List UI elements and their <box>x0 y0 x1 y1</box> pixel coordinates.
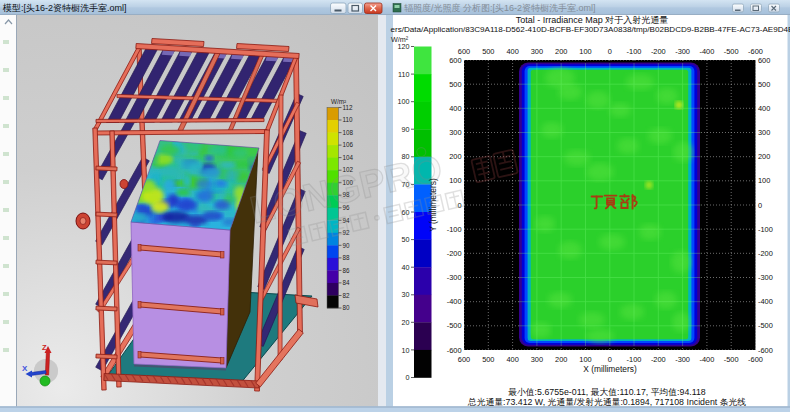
svg-text:-300: -300 <box>675 355 690 364</box>
svg-text:0: 0 <box>758 201 762 210</box>
svg-text:Total - Irradiance Map 对于入射光通量: Total - Irradiance Map 对于入射光通量 <box>516 15 669 25</box>
svg-text:-300: -300 <box>675 47 690 56</box>
svg-text:最小值:5.6755e-011, 最大值:110.17, 平: 最小值:5.6755e-011, 最大值:110.17, 平均值:94.118 <box>508 387 706 397</box>
svg-text:120: 120 <box>398 42 410 51</box>
svg-text:-500: -500 <box>447 321 462 330</box>
svg-text:辐照度/光照度 分析图:[头16-2资特橱洗手室.oml]: 辐照度/光照度 分析图:[头16-2资特橱洗手室.oml] <box>404 3 596 13</box>
svg-text:-600: -600 <box>758 346 773 355</box>
svg-text:ers/Data/Application/83C9A118-: ers/Data/Application/83C9A118-D562-410D-… <box>391 25 790 34</box>
svg-text:90: 90 <box>343 242 351 249</box>
svg-text:200: 200 <box>555 355 567 364</box>
svg-text:X: X <box>22 364 28 373</box>
svg-text:110: 110 <box>343 116 354 123</box>
svg-text:100: 100 <box>398 97 410 106</box>
svg-text:500: 500 <box>758 80 770 89</box>
svg-text:-500: -500 <box>758 321 773 330</box>
svg-text:-300: -300 <box>758 273 773 282</box>
svg-text:-400: -400 <box>447 297 462 306</box>
svg-text:-200: -200 <box>758 249 773 258</box>
svg-text:Z: Z <box>42 343 47 352</box>
svg-text:300: 300 <box>531 47 543 56</box>
svg-text:40: 40 <box>402 263 410 272</box>
svg-text:400: 400 <box>506 47 518 56</box>
svg-text:0: 0 <box>608 47 612 56</box>
svg-text:86: 86 <box>343 267 351 274</box>
svg-text:500: 500 <box>482 47 494 56</box>
svg-text:-400: -400 <box>700 47 715 56</box>
svg-text:108: 108 <box>343 129 354 136</box>
svg-text:200: 200 <box>555 47 567 56</box>
svg-text:300: 300 <box>758 128 770 137</box>
svg-text:-600: -600 <box>447 346 462 355</box>
svg-text:-300: -300 <box>447 273 462 282</box>
svg-text:500: 500 <box>482 355 494 364</box>
svg-text:88: 88 <box>343 254 351 261</box>
svg-text:-100: -100 <box>758 225 773 234</box>
svg-text:84: 84 <box>343 279 351 286</box>
svg-text:300: 300 <box>449 128 461 137</box>
svg-text:-400: -400 <box>700 355 715 364</box>
svg-text:-200: -200 <box>651 355 666 364</box>
svg-text:0: 0 <box>406 373 410 382</box>
svg-text:600: 600 <box>758 56 770 65</box>
svg-text:200: 200 <box>758 152 770 161</box>
svg-text:90: 90 <box>402 125 410 134</box>
svg-text:82: 82 <box>343 292 351 299</box>
svg-text:80: 80 <box>343 304 351 311</box>
svg-text:100: 100 <box>579 47 591 56</box>
svg-text:-400: -400 <box>758 297 773 306</box>
svg-text:110: 110 <box>398 70 409 79</box>
svg-text:100: 100 <box>579 355 591 364</box>
svg-text:106: 106 <box>343 141 354 148</box>
svg-text:-100: -100 <box>627 355 642 364</box>
svg-text:20: 20 <box>402 318 410 327</box>
svg-text:模型:[头16-2资特橱洗手室.oml]: 模型:[头16-2资特橱洗手室.oml] <box>2 3 127 13</box>
svg-text:-500: -500 <box>724 47 739 56</box>
svg-text:0: 0 <box>608 355 612 364</box>
svg-text:-200: -200 <box>447 249 462 258</box>
svg-text:100: 100 <box>449 176 461 185</box>
svg-text:300: 300 <box>531 355 543 364</box>
svg-text:0: 0 <box>457 201 461 210</box>
svg-text:500: 500 <box>449 80 461 89</box>
svg-text:10: 10 <box>402 346 410 355</box>
svg-text:-500: -500 <box>724 355 739 364</box>
svg-text:100: 100 <box>758 176 770 185</box>
svg-text:600: 600 <box>458 355 470 364</box>
svg-text:-600: -600 <box>748 355 763 364</box>
svg-text:104: 104 <box>343 154 354 161</box>
svg-text:-100: -100 <box>627 47 642 56</box>
svg-text:30: 30 <box>402 290 410 299</box>
svg-text:-200: -200 <box>651 47 666 56</box>
svg-text:400: 400 <box>506 355 518 364</box>
svg-text:-100: -100 <box>447 225 462 234</box>
svg-text:50: 50 <box>402 235 410 244</box>
svg-text:200: 200 <box>449 152 461 161</box>
svg-text:400: 400 <box>449 104 461 113</box>
svg-text:112: 112 <box>343 104 354 111</box>
svg-text:总光通量:73.412 W, 光通量/发射光通量:0.189: 总光通量:73.412 W, 光通量/发射光通量:0.1894, 717108 … <box>467 397 746 407</box>
svg-text:X (millimeters): X (millimeters) <box>583 364 637 374</box>
svg-text:400: 400 <box>758 104 770 113</box>
svg-text:600: 600 <box>449 56 461 65</box>
svg-text:-600: -600 <box>748 47 763 56</box>
